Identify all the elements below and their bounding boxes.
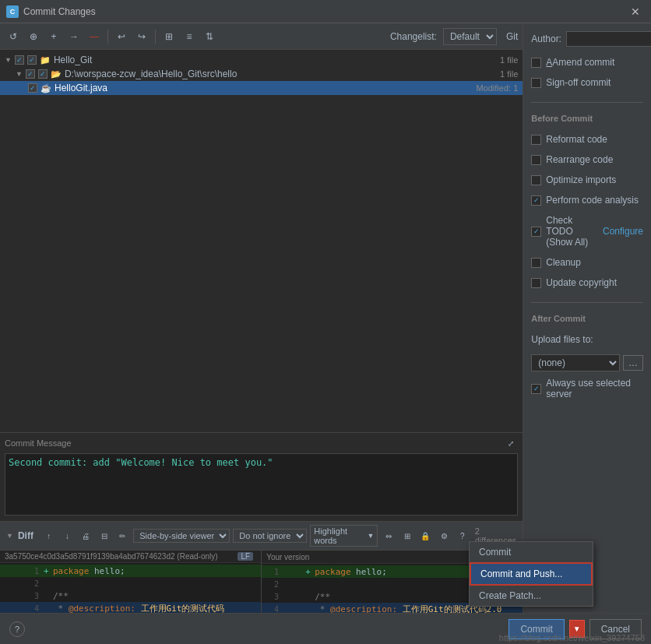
divider-after-commit: [531, 302, 643, 303]
diff-prev-button[interactable]: ↑: [41, 527, 57, 544]
expand-button[interactable]: ⊕: [25, 28, 42, 45]
changelist-select[interactable]: Default: [443, 28, 497, 45]
sign-off-checkbox[interactable]: [531, 78, 541, 88]
tree-item-path[interactable]: ▼ 📂 D:\worspace-zcw_idea\Hello_Git\src\h…: [0, 67, 523, 81]
tree-item-file[interactable]: ☕ HelloGit.java Modified: 1: [0, 81, 523, 95]
author-row: Author:: [531, 31, 643, 47]
sign-off-row: Sign-off commit: [531, 77, 643, 88]
diff-lock-button[interactable]: 🔒: [418, 527, 434, 544]
diff-grid-button[interactable]: ⊞: [399, 527, 415, 544]
title-bar: C Commit Changes ✕: [0, 0, 651, 23]
upload-select[interactable]: (none): [531, 354, 620, 371]
tree-label-path: D:\worspace-zcw_idea\Hello_Git\src\hello: [65, 69, 237, 79]
move-button[interactable]: →: [65, 28, 83, 45]
divider-before-commit: [531, 102, 643, 103]
redo-button[interactable]: ↪: [133, 28, 150, 45]
folder-icon-2: 📂: [51, 69, 62, 79]
changelist-label: Changelist:: [390, 31, 437, 42]
always-use-server-row: Always use selected server: [531, 378, 643, 399]
separator-2: [155, 30, 156, 44]
rearrange-code-label: Rearrange code: [546, 154, 613, 165]
help-button[interactable]: ?: [9, 621, 25, 637]
diff-copy-button[interactable]: 🖨: [78, 527, 93, 544]
optimize-imports-label: Optimize imports: [546, 174, 616, 185]
bottom-right-buttons: Commit Commit and Push... Create Patch..…: [508, 619, 642, 639]
commit-label-text: Commit Message: [5, 438, 72, 448]
check-todo-label: Check TODO (Show All): [546, 215, 595, 248]
separator-1: [107, 30, 108, 44]
bottom-bar: ? Commit Commit and Push... Create Patch…: [0, 613, 651, 644]
expand-message-button[interactable]: ⤢: [504, 436, 518, 450]
diff-align-button[interactable]: ⇔: [381, 527, 396, 544]
rearrange-code-checkbox[interactable]: [531, 155, 541, 165]
upload-settings-button[interactable]: …: [623, 355, 643, 371]
ignore-select[interactable]: Do not ignore: [233, 529, 307, 543]
new-changelist-button[interactable]: +: [45, 28, 62, 45]
upload-row: (none) …: [531, 354, 643, 371]
viewer-select[interactable]: Side-by-side viewer: [133, 529, 230, 543]
tree-meta-path: 1 file: [500, 69, 518, 79]
tree-checkbox-file[interactable]: [28, 83, 37, 93]
update-copyright-checkbox[interactable]: [531, 278, 541, 288]
author-label: Author:: [531, 33, 561, 44]
diff-left-header: 3a5750ce4c0d3a5d8791f9139ba4abd7674623d2…: [0, 551, 261, 563]
before-commit-header: Before Commit: [531, 114, 643, 123]
highlight-label: Highlight words: [314, 526, 365, 545]
highlight-arrow: ▼: [367, 532, 374, 540]
diff-left-path: 3a5750ce4c0d3a5d8791f9139ba4abd7674623d2…: [5, 552, 218, 561]
cancel-button[interactable]: Cancel: [589, 619, 642, 639]
cleanup-row: Cleanup: [531, 257, 643, 268]
lf-badge: LF: [238, 552, 253, 561]
optimize-imports-checkbox[interactable]: [531, 175, 541, 185]
refresh-button[interactable]: ↺: [5, 28, 22, 45]
tree-checkbox-root2[interactable]: [27, 55, 37, 65]
dropdown-commit-push-item[interactable]: Commit and Push...: [470, 562, 593, 586]
diff-button[interactable]: ⊞: [160, 28, 178, 45]
perform-analysis-label: Perform code analysis: [546, 195, 639, 206]
tree-checkbox-root[interactable]: [15, 55, 24, 65]
upload-label: Upload files to:: [531, 334, 643, 345]
tree-checkbox-path2[interactable]: [38, 69, 48, 79]
close-button[interactable]: ✕: [626, 4, 645, 19]
tree-arrow-path: ▼: [16, 70, 23, 78]
reformat-code-label: Reformat code: [546, 134, 607, 145]
sort-button[interactable]: ⇅: [201, 28, 218, 45]
cleanup-label: Cleanup: [546, 257, 581, 268]
dropdown-commit-item[interactable]: Commit: [470, 542, 593, 562]
diff-help-button[interactable]: ?: [455, 527, 470, 544]
check-todo-row: Check TODO (Show All) Configure: [531, 215, 643, 248]
diff-next-button[interactable]: ↓: [60, 527, 76, 544]
update-copyright-row: Update copyright: [531, 277, 643, 288]
remove-button[interactable]: —: [86, 28, 103, 45]
diff-toggle-arrow[interactable]: ▼: [6, 532, 13, 540]
tree-checkbox-path[interactable]: [26, 69, 35, 79]
settings-button[interactable]: ≡: [181, 28, 198, 45]
file-tree: ▼ 📁 Hello_Git 1 file ▼ 📂 D:\worspace-zcw…: [0, 50, 523, 432]
commit-message-label: Commit Message ⤢: [5, 436, 518, 450]
tree-arrow-root: ▼: [5, 56, 12, 64]
commit-message-input[interactable]: Second commit: add "Welcome! Nice to mee…: [5, 453, 518, 516]
commit-button[interactable]: Commit: [508, 619, 564, 639]
author-input[interactable]: [566, 31, 651, 47]
sign-off-label: Sign-off commit: [546, 77, 611, 88]
dialog-title: Commit Changes: [23, 6, 626, 17]
commit-message-section: Commit Message ⤢ Second commit: add "Wel…: [0, 432, 523, 521]
configure-link[interactable]: Configure: [603, 226, 643, 237]
toolbar: ↺ ⊕ + → — ↩ ↪ ⊞ ≡ ⇅ Changelist: Default …: [0, 23, 523, 50]
perform-analysis-checkbox[interactable]: [531, 195, 541, 206]
diff-panel-button[interactable]: ⊟: [97, 527, 112, 544]
commit-button-label: Commit: [520, 624, 552, 635]
dropdown-create-patch-item[interactable]: Create Patch...: [470, 586, 593, 606]
diff-settings-button[interactable]: ⚙: [436, 527, 452, 544]
reformat-code-checkbox[interactable]: [531, 135, 541, 145]
amend-commit-checkbox[interactable]: [531, 58, 541, 68]
commit-arrow-button[interactable]: ▼: [569, 620, 585, 638]
diff-left-line-3: 3 /**: [0, 589, 261, 602]
always-use-server-checkbox[interactable]: [531, 384, 541, 394]
undo-button[interactable]: ↩: [113, 28, 130, 45]
check-todo-checkbox[interactable]: [531, 227, 541, 237]
highlight-select-btn[interactable]: Highlight words ▼: [310, 525, 378, 547]
diff-edit-button[interactable]: ✏: [115, 527, 131, 544]
cleanup-checkbox[interactable]: [531, 258, 541, 268]
tree-item-root[interactable]: ▼ 📁 Hello_Git 1 file: [0, 53, 523, 67]
